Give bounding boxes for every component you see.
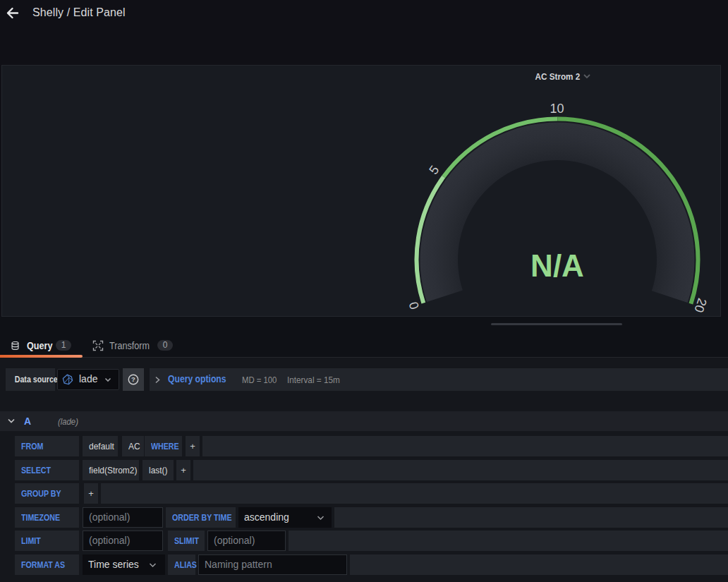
svg-text:0: 0 xyxy=(406,300,422,311)
svg-text:10: 10 xyxy=(550,102,564,116)
svg-text:5: 5 xyxy=(426,163,442,177)
svg-text:?: ? xyxy=(131,375,135,383)
